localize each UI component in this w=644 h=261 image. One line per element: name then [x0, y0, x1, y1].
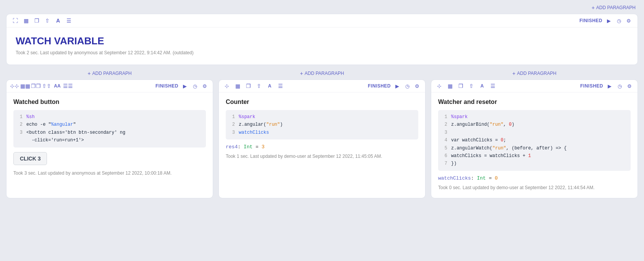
- col1-clock-icon[interactable]: ◷: [191, 83, 198, 89]
- col2-gear-icon[interactable]: ⚙: [414, 83, 421, 89]
- col2-play-button[interactable]: ▶: [394, 83, 401, 89]
- code-line: 4 var watchClicks = 0;: [442, 136, 627, 144]
- col1-card: ⊹ ▦ ❐ ⇧ A ☰ FINISHED ▶ ◷ ⚙ Watched butto…: [6, 79, 213, 198]
- col2-result: res4: Int = 3: [226, 144, 418, 150]
- main-card: FINISHED WATCH VARIABLE Took 2 sec. Last…: [6, 14, 638, 65]
- plus-icon: [592, 5, 595, 11]
- main-card-toolbar: FINISHED: [6, 14, 638, 28]
- col1-add-paragraph-label: ADD PARAGRAPH: [92, 71, 132, 76]
- col1-copy-icon[interactable]: ❐: [32, 83, 39, 89]
- col1-add-paragraph-button[interactable]: ADD PARAGRAPH: [85, 70, 134, 77]
- code-line: 6 watchClicks = watchClicks + 1: [442, 152, 627, 160]
- col3-add-para-row: ADD PARAGRAPH: [431, 70, 638, 77]
- col2-title: Counter: [226, 99, 418, 105]
- col3-add-paragraph-label: ADD PARAGRAPH: [517, 71, 557, 76]
- main-status-badge: FINISHED: [579, 18, 602, 23]
- main-play-button[interactable]: [605, 17, 612, 24]
- col1-toolbar-icons: ⊹ ▦ ❐ ⇧ A ☰: [11, 83, 71, 89]
- col2-toolbar-right: FINISHED ▶ ◷ ⚙: [368, 83, 421, 89]
- code-line: 2 echo -e "%angular": [17, 121, 202, 128]
- text-icon[interactable]: [55, 17, 61, 24]
- col1-plus-icon: [87, 70, 91, 76]
- col1-footer-meta: Took 3 sec. Last updated by anonymous at…: [13, 170, 206, 177]
- click-3-button[interactable]: CLICK 3: [13, 152, 47, 165]
- col3-upload-icon[interactable]: ⇧: [468, 83, 475, 89]
- top-add-paragraph-button[interactable]: ADD PARAGRAPH: [589, 4, 638, 11]
- table-icon[interactable]: [23, 17, 29, 24]
- col3-table-icon[interactable]: ▦: [447, 83, 453, 89]
- col2-list-icon[interactable]: ☰: [277, 83, 284, 89]
- code-line: 3: [442, 129, 627, 136]
- col2-upload-icon[interactable]: ⇧: [256, 83, 262, 89]
- col3-play-button[interactable]: ▶: [606, 83, 613, 89]
- code-line: 1 %spark: [230, 113, 414, 121]
- col3-copy-icon[interactable]: ❐: [457, 83, 464, 89]
- col3-result: watchClicks: Int = 0: [438, 175, 631, 181]
- col3-add-paragraph-button[interactable]: ADD PARAGRAPH: [510, 70, 558, 77]
- copy-icon[interactable]: [33, 17, 40, 24]
- col1-toolbar: ⊹ ▦ ❐ ⇧ A ☰ FINISHED ▶ ◷ ⚙: [6, 80, 213, 92]
- col2-code-block: 1 %spark 2 z.angular("run") 3 watchClick…: [226, 110, 418, 139]
- main-toolbar-icons: [12, 17, 72, 24]
- col1-gear-icon[interactable]: ⚙: [201, 83, 208, 89]
- col1-upload-icon[interactable]: ⇧: [43, 83, 50, 89]
- code-line: -click='run=run+1'>: [17, 136, 202, 144]
- col3-list-icon[interactable]: ☰: [489, 83, 496, 89]
- code-line: 2 z.angular("run"): [230, 121, 414, 128]
- col1-code-block: 1 %sh 2 echo -e "%angular" 3 <button cla…: [13, 110, 206, 148]
- col3-plus-icon: [512, 70, 515, 76]
- main-toolbar-right: FINISHED: [579, 17, 632, 24]
- col3-title: Watcher and resetor: [438, 99, 631, 105]
- main-card-body: WATCH VARIABLE Took 2 sec. Last updated …: [6, 28, 638, 65]
- list-icon[interactable]: [65, 17, 72, 24]
- col1-title: Watched button: [13, 99, 206, 105]
- col2-status-badge: FINISHED: [368, 83, 391, 89]
- col1-text-icon[interactable]: A: [54, 83, 61, 89]
- expand-icon[interactable]: [12, 17, 19, 24]
- col2-table-icon[interactable]: ▦: [234, 83, 241, 89]
- col2-add-para-row: ADD PARAGRAPH: [218, 70, 426, 77]
- col2-toolbar: ⊹ ▦ ❐ ⇧ A ☰ FINISHED ▶ ◷ ⚙: [219, 80, 425, 92]
- col3-gear-icon[interactable]: ⚙: [626, 83, 633, 89]
- col2-copy-icon[interactable]: ❐: [245, 83, 252, 89]
- col1-toolbar-right: FINISHED ▶ ◷ ⚙: [155, 83, 208, 89]
- column-3: ADD PARAGRAPH ⊹ ▦ ❐ ⇧ A ☰ FINISHED ▶ ◷ ⚙: [431, 70, 638, 198]
- col2-clock-icon[interactable]: ◷: [404, 83, 411, 89]
- col1-play-button[interactable]: ▶: [181, 83, 188, 89]
- col1-move-icon[interactable]: ⊹: [11, 83, 18, 89]
- main-gear-icon[interactable]: [625, 17, 632, 24]
- col2-add-paragraph-label: ADD PARAGRAPH: [305, 71, 344, 76]
- top-add-paragraph-label: ADD PARAGRAPH: [596, 5, 636, 10]
- col3-code-block: 1 %spark 2 z.angularBind("run", 0) 3 4 v…: [438, 110, 631, 171]
- code-line: 1 %spark: [442, 113, 627, 121]
- col3-toolbar-right: FINISHED ▶ ◷ ⚙: [580, 83, 633, 89]
- col3-toolbar-icons: ⊹ ▦ ❐ ⇧ A ☰: [436, 83, 496, 89]
- col2-move-icon[interactable]: ⊹: [223, 83, 230, 89]
- code-line: 2 z.angularBind("run", 0): [442, 121, 627, 128]
- code-line: 3 watchClicks: [230, 129, 414, 136]
- col3-footer-meta: Took 0 sec. Last updated by demo-user at…: [438, 184, 631, 191]
- code-line: 5 z.angularWatch("run", (before, after) …: [442, 144, 627, 152]
- col2-toolbar-icons: ⊹ ▦ ❐ ⇧ A ☰: [223, 83, 284, 89]
- col3-text-icon[interactable]: A: [479, 83, 485, 89]
- col3-card: ⊹ ▦ ❐ ⇧ A ☰ FINISHED ▶ ◷ ⚙ Watcher and r…: [431, 79, 638, 198]
- upload-icon[interactable]: [44, 17, 51, 24]
- col2-card: ⊹ ▦ ❐ ⇧ A ☰ FINISHED ▶ ◷ ⚙ Counter: [218, 79, 426, 198]
- col1-table-icon[interactable]: ▦: [22, 83, 29, 89]
- col3-body: Watcher and resetor 1 %spark 2 z.angular…: [431, 92, 638, 198]
- main-card-title: WATCH VARIABLE: [16, 35, 628, 47]
- col1-status-badge: FINISHED: [155, 83, 178, 89]
- col2-text-icon[interactable]: A: [266, 83, 273, 89]
- three-col-area: ADD PARAGRAPH ⊹ ▦ ❐ ⇧ A ☰ FINISHED ▶ ◷ ⚙: [6, 70, 638, 198]
- col3-move-icon[interactable]: ⊹: [436, 83, 443, 89]
- main-card-meta: Took 2 sec. Last updated by anonymous at…: [16, 50, 628, 55]
- col2-footer-meta: Took 1 sec. Last updated by demo-user at…: [226, 153, 418, 160]
- code-line: 1 %sh: [17, 113, 202, 121]
- col1-list-icon[interactable]: ☰: [65, 83, 71, 89]
- col3-clock-icon[interactable]: ◷: [616, 83, 623, 89]
- col3-status-badge: FINISHED: [580, 83, 603, 89]
- col1-add-para-row: ADD PARAGRAPH: [6, 70, 213, 77]
- col2-plus-icon: [300, 70, 303, 76]
- main-clock-icon[interactable]: [615, 17, 622, 24]
- col2-add-paragraph-button[interactable]: ADD PARAGRAPH: [298, 70, 346, 77]
